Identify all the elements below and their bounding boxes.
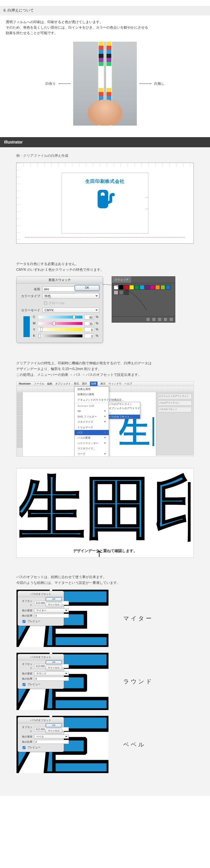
dropdown-item[interactable]: パスの変形 [74, 435, 109, 440]
overlay-caption: デザインデータと重ねて確認します。 [73, 548, 137, 554]
dropdown-item[interactable]: パス [74, 430, 109, 435]
dropdown-item[interactable]: トリムマーク [74, 425, 109, 430]
swatch-cell[interactable] [160, 285, 165, 290]
menubar-item[interactable]: 書式 [74, 382, 79, 386]
menubar-item[interactable]: ヘルプ [124, 382, 132, 386]
preview-checkbox[interactable] [23, 746, 26, 749]
ok-button[interactable]: OK [46, 660, 62, 665]
slider-label-m: M [32, 321, 37, 326]
path-submenu[interactable]: パスのアウトライン オブジェクトのアウトライン パスのオフセット... [109, 402, 140, 419]
cancel-button[interactable]: キャンセル [46, 728, 62, 734]
global-checkbox[interactable] [44, 301, 48, 305]
offset-path-dialog[interactable]: パスのオフセット OK キャンセル オフセット 角の形状 マイター 角の比率 [18, 591, 64, 626]
menubar-item[interactable]: 編集 [47, 382, 52, 386]
note-line: CMYK のいずれか 1 色かスウォッチの特色で作ります。 [16, 267, 194, 273]
fig-caption: 例：クリアファイルの白押え作成 [16, 153, 194, 159]
submenu-item-offset[interactable]: パスのオフセット... [109, 414, 140, 418]
dropdown-item[interactable]: 効果を適用 [74, 386, 109, 392]
menubar-item[interactable]: 表示 [100, 382, 106, 386]
corner-type-select[interactable]: ラウンド [34, 672, 69, 676]
swatch-cell[interactable] [119, 285, 123, 290]
percent-sign: % [96, 315, 99, 319]
menubar-item[interactable]: 選択 [82, 382, 87, 386]
field-label-offset: オフセット [20, 662, 32, 671]
swatch-cell[interactable] [150, 285, 155, 290]
preview-checkbox[interactable] [23, 620, 26, 623]
dialog-title: パスのオフセット [18, 591, 64, 597]
slider-m[interactable] [38, 322, 83, 325]
slider-c[interactable] [38, 316, 83, 318]
dropdown-item[interactable]: ワープ [74, 452, 109, 457]
color-type-select[interactable]: 特色 [42, 293, 99, 299]
slider-k[interactable] [38, 335, 83, 337]
cancel-button[interactable]: キャンセル [46, 665, 62, 671]
swatch-cell[interactable] [155, 285, 160, 290]
slider-value-c[interactable]: 80 [84, 315, 94, 319]
ok-button[interactable]: OK [46, 723, 62, 728]
global-checkbox-row[interactable]: グローバル [20, 300, 99, 306]
swatches-panel[interactable]: スウォッチ [112, 276, 175, 322]
app-logo[interactable]: Illustrator [19, 382, 31, 386]
photo-compare: 白有り 白無し [0, 42, 210, 126]
intro-line: 効果を持たせることが可能です。 [6, 30, 204, 36]
color-mode-select[interactable]: CMYK [42, 308, 99, 313]
submenu-item[interactable]: オブジェクトのアウトライン [109, 406, 140, 414]
svg-point-2 [112, 193, 115, 196]
tool-strip[interactable] [17, 392, 23, 456]
company-logo-icon [93, 187, 117, 211]
pane-label: パスのオフセット [158, 407, 192, 412]
slider-value-m[interactable]: 35 [84, 321, 94, 326]
menubar-item[interactable]: オブジェクト [55, 382, 71, 386]
slider-value-k[interactable]: 0 [84, 334, 94, 338]
slider-value-y[interactable]: 6 [84, 327, 94, 332]
swatch-cell[interactable] [124, 290, 129, 295]
ok-button[interactable]: OK [74, 285, 100, 291]
field-label-mode: カラーモード [20, 308, 40, 313]
dropdown-item[interactable]: SVG フィルター [74, 414, 109, 419]
offset-path-dialog[interactable]: パスのオフセット OK キャンセル オフセット 角の形状 ベベル 角の比率 [18, 717, 64, 752]
dropdown-item[interactable]: スタイライズ [74, 419, 109, 425]
swatch-cell[interactable] [114, 290, 118, 295]
dropdown-item[interactable]: ラスタライズ... [74, 446, 109, 451]
menubar-item[interactable]: 効果 [90, 382, 97, 386]
submenu-item[interactable]: パスのアウトライン [109, 402, 140, 406]
miter-limit-input[interactable] [34, 740, 69, 744]
corner-type-select[interactable]: マイター [34, 609, 69, 613]
preview-checkbox[interactable] [23, 683, 26, 686]
dropdown-item[interactable]: パスファインダー [74, 441, 109, 446]
swatch-cell[interactable] [145, 285, 150, 290]
dropdown-item[interactable]: 効果(E)の適用 [74, 392, 109, 397]
app-menubar[interactable]: Illustratorファイル編集オブジェクト書式選択効果表示ウィンドウヘルプ [17, 382, 193, 386]
panel-icon[interactable] [146, 317, 150, 321]
panel-icon[interactable] [163, 317, 168, 321]
swatch-cell[interactable] [129, 285, 134, 290]
ok-button[interactable]: OK [46, 597, 62, 602]
panel-icon[interactable] [152, 317, 156, 321]
swatch-cell[interactable] [134, 285, 139, 290]
slider-y[interactable] [38, 328, 83, 331]
swatch-cell[interactable] [140, 285, 144, 290]
swatch-cell[interactable] [114, 285, 118, 290]
panel-icon[interactable] [158, 317, 162, 321]
offset-path-dialog[interactable]: パスのオフセット OK キャンセル オフセット 角の形状 ラウンド 角の比率 [18, 654, 64, 689]
right-hint-pane: オブジェクトのアウトライン パスのアウトライン パスのオフセット [156, 392, 193, 456]
dropdown-section: Illustrator 効果 [74, 403, 109, 408]
menubar-item[interactable]: ウィンドウ [109, 382, 121, 386]
corner-type-select[interactable]: ベベル [34, 735, 69, 739]
intro-paragraph: 透明フィルムへの印刷は、印刷すると色が透けてしまいます。 そのため、発色を良くし… [0, 20, 210, 42]
swatches-tab[interactable]: スウォッチ [112, 277, 131, 283]
dropdown-item[interactable]: 3D [74, 408, 109, 414]
dropdown-item[interactable]: ドキュメントのラスタライズ効果設定... [74, 397, 109, 402]
effect-dropdown[interactable]: 効果を適用効果(E)の適用ドキュメントのラスタライズ効果設定...Illustr… [74, 386, 109, 457]
miter-limit-input[interactable] [34, 677, 69, 681]
app-name: Illustrator [4, 140, 23, 144]
menubar-item[interactable]: ファイル [34, 382, 44, 386]
swatch-cell[interactable] [119, 290, 123, 295]
new-swatch-dialog[interactable]: 新規スウォッチ OK キャンセル 名前 カラータイプ 特色 グローバル カラーモ… [16, 276, 103, 343]
panel-icon[interactable] [169, 317, 173, 321]
swatch-cell[interactable] [166, 285, 170, 290]
swatch-cell[interactable] [124, 285, 129, 290]
miter-limit-input[interactable] [34, 614, 69, 618]
new-swatch-figure: 新規スウォッチ OK キャンセル 名前 カラータイプ 特色 グローバル カラーモ… [16, 276, 194, 343]
cancel-button[interactable]: キャンセル [46, 602, 62, 607]
